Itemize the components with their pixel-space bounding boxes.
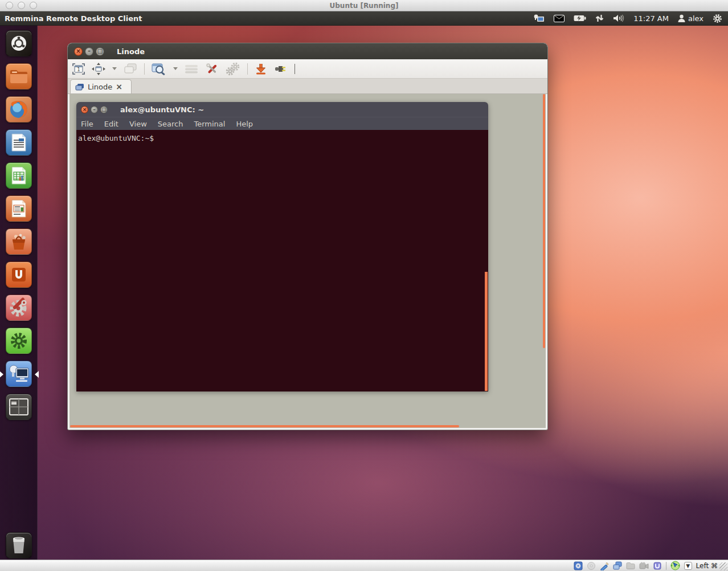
minimize-button[interactable]: – (85, 47, 93, 56)
terminal-screen[interactable]: alex@ubuntuVNC:~$ (76, 130, 488, 391)
launcher-item-ubuntu-one[interactable] (6, 262, 32, 288)
fullscreen-dropdown-icon[interactable] (112, 67, 117, 72)
zoom-dropdown-icon[interactable] (173, 67, 178, 72)
launcher-item-software-center[interactable] (6, 229, 32, 255)
shopping-bag-icon (9, 232, 28, 251)
terminal-titlebar[interactable]: × – □ alex@ubuntuVNC: ~ (76, 102, 488, 117)
launcher-item-libreoffice-writer[interactable] (6, 129, 32, 156)
fit-window-icon[interactable]: 1 (72, 63, 85, 75)
horizontal-scrollbar[interactable] (70, 425, 459, 427)
terminal-maximize-button[interactable]: □ (100, 106, 108, 113)
close-button[interactable]: × (74, 47, 83, 56)
statusbar-separator (666, 562, 666, 570)
launcher-item-libreoffice-impress[interactable] (6, 195, 32, 222)
launcher-item-software-updater[interactable] (6, 328, 32, 354)
disconnect-plug-icon[interactable] (274, 64, 288, 74)
optical-status-icon[interactable] (587, 561, 596, 570)
ubuntu-logo-icon (10, 35, 27, 52)
running-indicator-arrow (0, 371, 7, 378)
ubuntu-top-panel: Remmina Remote Desktop Client 11:27 AM a… (0, 11, 728, 26)
tools-icon[interactable] (205, 62, 219, 76)
volume-indicator-icon[interactable] (613, 14, 624, 22)
battery-indicator-icon[interactable] (574, 15, 586, 22)
resize-grip[interactable] (719, 562, 727, 570)
launcher-item-workspace-switcher[interactable] (6, 394, 32, 420)
menu-help[interactable]: Help (236, 120, 253, 128)
firefox-icon (8, 99, 30, 120)
remmina-monitor-icon (8, 364, 30, 384)
terminal-menubar: File Edit View Search Terminal Help (76, 117, 488, 130)
unity-launcher (0, 26, 38, 560)
tab-close-icon[interactable]: × (116, 83, 122, 91)
mouse-integration-status-icon[interactable] (670, 561, 680, 570)
maximize-button[interactable]: □ (96, 47, 104, 56)
preferences-gears-icon[interactable] (226, 62, 240, 76)
svg-text:1: 1 (77, 67, 80, 72)
gear-wrench-icon (9, 297, 29, 318)
network-status-icon[interactable] (600, 561, 609, 570)
launcher-item-dash-home[interactable] (6, 30, 32, 56)
ubuntu-one-icon (10, 266, 27, 283)
toolbar-cursor-separator (295, 64, 295, 74)
writer-document-icon (10, 133, 27, 152)
connection-tab-icon (75, 83, 84, 91)
host-key-label: Left ⌘ (696, 562, 718, 570)
menu-view[interactable]: View (129, 120, 147, 128)
user-icon (678, 14, 685, 22)
terminal-minimize-button[interactable]: – (91, 106, 98, 113)
remmina-titlebar[interactable]: × – □ Linode (68, 43, 547, 59)
remote-desktop-indicator-icon[interactable] (533, 14, 545, 23)
clock[interactable]: 11:27 AM (633, 14, 669, 23)
remmina-tabbar: Linode × (68, 79, 547, 94)
toolbar-separator (144, 63, 145, 75)
terminal-title: alex@ubuntuVNC: ~ (120, 105, 204, 114)
menu-file[interactable]: File (81, 120, 93, 128)
menu-terminal[interactable]: Terminal (194, 120, 225, 128)
impress-presentation-icon (10, 199, 27, 218)
tab-label: Linode (88, 83, 112, 91)
green-gear-icon (10, 332, 28, 350)
hdd-status-icon[interactable] (574, 561, 583, 570)
ubuntu-desktop: Remmina Remote Desktop Client 11:27 AM a… (0, 11, 728, 560)
session-gear-icon[interactable] (713, 14, 722, 23)
shared-folders-status-icon[interactable] (626, 561, 635, 570)
macos-titlebar: Ubuntu [Running] (0, 0, 728, 11)
remmina-toolbar: 1 (68, 59, 547, 79)
video-capture-status-icon[interactable] (639, 562, 649, 570)
network-traffic-icon[interactable] (595, 14, 604, 22)
user-name: alex (688, 14, 704, 23)
shell-prompt: alex@ubuntuVNC:~$ (78, 134, 154, 142)
virtualbox-statusbar: ▼ Left ⌘ (0, 560, 728, 571)
calc-spreadsheet-icon (10, 166, 27, 185)
vnc-viewport[interactable]: × – □ alex@ubuntuVNC: ~ File Edit View S… (69, 94, 546, 428)
features-status-icon[interactable] (653, 561, 662, 570)
launcher-item-home-folder[interactable] (6, 63, 32, 89)
vertical-scrollbar[interactable] (543, 94, 545, 348)
fullscreen-icon[interactable] (92, 63, 105, 75)
minimize-to-tray-icon[interactable] (255, 63, 267, 75)
keyboard-capture-status-icon[interactable]: ▼ (684, 562, 692, 570)
menu-search[interactable]: Search (158, 120, 183, 128)
launcher-item-trash[interactable] (6, 532, 32, 558)
mail-indicator-icon[interactable] (554, 15, 565, 22)
menu-edit[interactable]: Edit (104, 120, 118, 128)
terminal-scrollbar[interactable] (485, 272, 488, 391)
launcher-item-remmina[interactable] (6, 361, 32, 387)
trash-icon (10, 536, 27, 555)
toolbar-separator (247, 63, 248, 75)
zoom-icon[interactable] (152, 63, 166, 75)
remote-terminal-window[interactable]: × – □ alex@ubuntuVNC: ~ File Edit View S… (76, 102, 488, 391)
folder-icon (9, 68, 28, 84)
terminal-close-button[interactable]: × (81, 106, 88, 113)
keyboard-grab-icon[interactable] (185, 64, 198, 74)
tab-linode[interactable]: Linode × (70, 79, 132, 93)
launcher-item-firefox[interactable] (6, 96, 32, 123)
remmina-window: × – □ Linode 1 (67, 43, 548, 430)
focused-indicator-arrow (31, 371, 39, 378)
workspace-grid-icon (9, 398, 28, 415)
launcher-item-libreoffice-calc[interactable] (6, 162, 32, 189)
launcher-item-system-settings[interactable] (6, 295, 32, 321)
user-menu[interactable]: alex (678, 14, 704, 23)
scaled-mode-icon[interactable] (124, 63, 137, 75)
display-status-icon[interactable] (613, 561, 622, 570)
